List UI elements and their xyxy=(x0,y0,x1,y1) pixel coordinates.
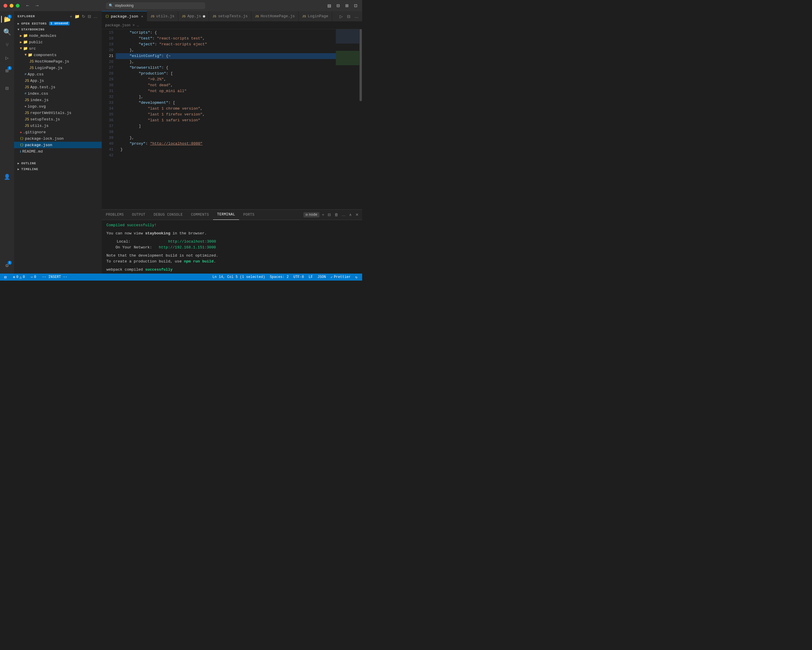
run-icon: ▷ xyxy=(6,55,9,61)
info-count[interactable]: ⋯ 0 xyxy=(28,273,38,281)
terminal-label: TERMINAL xyxy=(217,212,235,217)
run-button[interactable]: ▷ xyxy=(339,14,344,19)
tab-bar-right: ▷ ⊟ … xyxy=(336,11,362,21)
close-panel-button[interactable]: ✕ xyxy=(354,212,360,217)
layout-button[interactable]: ⊟ xyxy=(335,3,341,9)
feedback-button[interactable]: ↻ xyxy=(353,273,360,281)
activity-explorer[interactable]: 📁 1 xyxy=(1,14,13,25)
spaces-label: Spaces: 2 xyxy=(270,275,289,279)
back-button[interactable]: ← xyxy=(24,2,31,9)
add-terminal-button[interactable]: + xyxy=(321,212,325,217)
encoding[interactable]: UTF-8 xyxy=(291,273,306,281)
outline-header[interactable]: ▶ OUTLINE xyxy=(14,160,102,166)
logo-svg-file[interactable]: ◈ logo.svg xyxy=(14,103,102,110)
collapse-button[interactable]: ⊟ xyxy=(87,14,92,19)
tab-js-icon: JS xyxy=(212,15,216,18)
tab-terminal[interactable]: TERMINAL xyxy=(213,209,239,220)
search-input[interactable] xyxy=(115,3,202,8)
language-mode[interactable]: JSON xyxy=(315,273,328,281)
minimize-dot[interactable] xyxy=(10,4,14,8)
tab-loginpage[interactable]: JS LoginPage xyxy=(299,11,332,21)
tab-debug-console[interactable]: DEBUG CONSOLE xyxy=(150,209,187,220)
formatter[interactable]: ✓ Prettier xyxy=(328,273,353,281)
error-count[interactable]: ⊗ 0 △ 0 xyxy=(11,273,27,281)
editor-content[interactable]: 15 18 19 20 21 26 27 28 29 30 31 32 33 3… xyxy=(102,29,362,209)
app-test-file[interactable]: JS App.test.js xyxy=(14,84,102,90)
sidebar: EXPLORER + 📁 ↻ ⊟ … ▶ OPEN EDITORS 1 unsa… xyxy=(14,11,102,273)
index-js-file[interactable]: JS index.js xyxy=(14,97,102,103)
tab-problems[interactable]: PROBLEMS xyxy=(102,209,128,220)
new-file-button[interactable]: + xyxy=(69,14,73,19)
file-label: package-lock.json xyxy=(25,136,64,141)
tab-utils-js[interactable]: JS utils.js xyxy=(147,11,178,21)
close-dot[interactable] xyxy=(3,4,7,8)
tab-more-button[interactable]: … xyxy=(353,14,360,19)
tab-app-js[interactable]: JS App.js xyxy=(178,11,209,21)
file-label: README.md xyxy=(22,150,43,154)
public-folder[interactable]: ▶ 📁 public xyxy=(14,39,102,45)
readme-file[interactable]: ℹ README.md xyxy=(14,148,102,155)
scrollbar-thumb[interactable] xyxy=(360,29,362,101)
more-panel-button[interactable]: … xyxy=(340,212,346,217)
indentation[interactable]: Spaces: 2 xyxy=(267,273,291,281)
activity-settings[interactable]: ⚙ 1 xyxy=(1,259,13,271)
hosthomepage-file[interactable]: JS HostHomePage.js xyxy=(14,58,102,65)
breadcrumb-path: package.json > … xyxy=(105,23,139,27)
gitignore-file[interactable]: ◈ .gitignore xyxy=(14,129,102,135)
activity-remote[interactable]: ⊟ xyxy=(1,82,13,94)
delete-terminal-button[interactable]: 🗑 xyxy=(333,212,339,217)
setuptests-file[interactable]: JS setupTests.js xyxy=(14,116,102,122)
code-line-40: "proxy": "http://localhost:8080" xyxy=(116,141,336,147)
open-editors-label: OPEN EDITORS xyxy=(21,22,47,26)
status-right: Ln 14, Col 5 (1 selected) Spaces: 2 UTF-… xyxy=(210,273,360,281)
search-bar[interactable]: 🔍 xyxy=(106,2,205,9)
file-label: App.js xyxy=(31,79,44,83)
more-button[interactable]: ⊡ xyxy=(353,3,359,9)
app-css-file[interactable]: # App.css xyxy=(14,71,102,78)
package-lock-file[interactable]: {} package-lock.json xyxy=(14,135,102,142)
tab-output[interactable]: OUTPUT xyxy=(128,209,150,220)
view-text-end: in the browser. xyxy=(170,231,207,236)
index-css-file[interactable]: # index.css xyxy=(14,90,102,97)
tab-package-json[interactable]: {} package.json ✕ xyxy=(102,11,147,21)
code-line-33: "development": [ xyxy=(116,100,336,106)
tab-ports[interactable]: PORTS xyxy=(239,209,258,220)
split-editor-button[interactable]: ⊟ xyxy=(346,14,352,19)
terminal-content[interactable]: Compiled successfully! You can now view … xyxy=(102,220,362,273)
code-editor[interactable]: "scripts": { "test": "react-scripts test… xyxy=(116,29,336,209)
timeline-header[interactable]: ▶ TIMELINE xyxy=(14,166,102,172)
package-json-file[interactable]: {} package.json xyxy=(14,142,102,148)
vscode-badge[interactable]: ⊟ xyxy=(2,273,8,281)
activity-source-control[interactable]: ⑂ xyxy=(1,39,13,51)
split-terminal-button[interactable]: ⊟ xyxy=(327,212,332,217)
tab-comments[interactable]: COMMENTS xyxy=(187,209,213,220)
activity-accounts[interactable]: 👤 xyxy=(1,171,13,183)
cursor-position[interactable]: Ln 14, Col 5 (1 selected) xyxy=(210,273,267,281)
insert-mode: -- INSERT -- xyxy=(40,273,70,281)
tab-setuptests[interactable]: JS setupTests.js xyxy=(209,11,252,21)
refresh-button[interactable]: ↻ xyxy=(81,14,86,19)
project-header[interactable]: ▼ STAYBOOKING xyxy=(14,27,102,32)
new-folder-button[interactable]: 📁 xyxy=(74,14,80,19)
activity-run[interactable]: ▷ xyxy=(1,52,13,64)
forward-button[interactable]: → xyxy=(34,2,41,9)
activity-search[interactable]: 🔍 xyxy=(1,26,13,38)
reportwebvitals-file[interactable]: JS reportWebVitals.js xyxy=(14,110,102,116)
tab-hosthomepage[interactable]: JS HostHomePage.js xyxy=(251,11,298,21)
components-folder[interactable]: ▼ 📁 components xyxy=(14,52,102,58)
utils-file[interactable]: JS utils.js xyxy=(14,122,102,129)
split-editor-button[interactable]: ⊞ xyxy=(344,3,350,9)
maximize-dot[interactable] xyxy=(16,4,20,8)
app-js-file[interactable]: JS App.js xyxy=(14,78,102,84)
sidebar-toggle-button[interactable]: ▤ xyxy=(326,3,332,9)
line-ending[interactable]: LF xyxy=(306,273,315,281)
src-folder[interactable]: ▼ 📁 src xyxy=(14,45,102,52)
chevron-up-button[interactable]: ∧ xyxy=(348,212,353,217)
more-sidebar-button[interactable]: … xyxy=(93,14,98,19)
editor-scrollbar[interactable] xyxy=(359,29,362,209)
open-editors-header[interactable]: ▶ OPEN EDITORS 1 unsaved xyxy=(14,20,102,27)
activity-extensions[interactable]: ⊞ 1 xyxy=(1,65,13,76)
node-modules-folder[interactable]: ▶ 📁 node_modules xyxy=(14,32,102,39)
loginpage-file[interactable]: JS LoginPage.js xyxy=(14,65,102,71)
tab-close-button[interactable]: ✕ xyxy=(141,14,143,19)
